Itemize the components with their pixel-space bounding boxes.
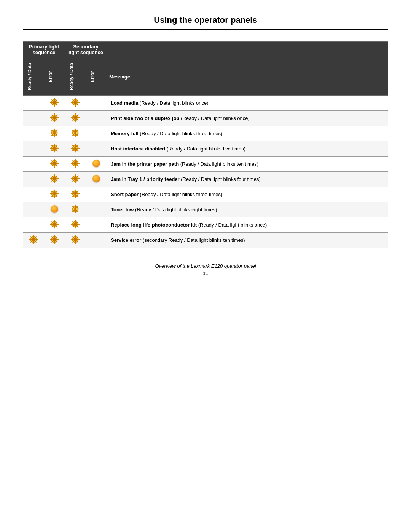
message-cell: Replace long-life photoconductor kit (Re… (107, 217, 388, 233)
table-row: Host interface disabled (Ready / Data li… (23, 141, 388, 157)
message-cell: Host interface disabled (Ready / Data li… (107, 141, 388, 157)
message-cell: Load media (Ready / Data light blinks on… (107, 96, 388, 111)
message-blank-header (107, 42, 388, 58)
primary-light-header: Primary light sequence (23, 42, 65, 58)
col-secondary-error: Error (86, 58, 107, 96)
message-cell: Toner low (Ready / Data light blinks eig… (107, 202, 388, 217)
table-row: Service error (secondary Ready / Data li… (23, 233, 388, 248)
col-primary-ready: Ready / Data (23, 58, 44, 96)
table-row: Jam in Tray 1 / priority feeder (Ready /… (23, 172, 388, 187)
table-row: Print side two of a duplex job (Ready / … (23, 111, 388, 126)
table-row: Jam in the printer paper path (Ready / D… (23, 157, 388, 172)
table-row: Short paper (Ready / Data light blinks t… (23, 187, 388, 202)
col-primary-error: Error (44, 58, 65, 96)
table-row: Memory full (Ready / Data light blinks t… (23, 126, 388, 141)
operator-panel-table: Primary light sequence Secondary light s… (23, 41, 388, 248)
footer-caption: Overview of the Lexmark E120 operator pa… (23, 263, 388, 269)
col-secondary-ready: Ready / Data (65, 58, 86, 96)
message-cell: Short paper (Ready / Data light blinks t… (107, 187, 388, 202)
table-row: Load media (Ready / Data light blinks on… (23, 96, 388, 111)
col-message-header: Message (107, 58, 388, 96)
message-cell: Print side two of a duplex job (Ready / … (107, 111, 388, 126)
message-cell: Memory full (Ready / Data light blinks t… (107, 126, 388, 141)
message-cell: Jam in Tray 1 / priority feeder (Ready /… (107, 172, 388, 187)
footer-page: 11 (23, 270, 388, 276)
secondary-light-header: Secondary light sequence (65, 42, 107, 58)
message-cell: Service error (secondary Ready / Data li… (107, 233, 388, 248)
table-row: Toner low (Ready / Data light blinks eig… (23, 202, 388, 217)
table-row: Replace long-life photoconductor kit (Re… (23, 217, 388, 233)
page-title: Using the operator panels (23, 15, 388, 30)
message-cell: Jam in the printer paper path (Ready / D… (107, 157, 388, 172)
